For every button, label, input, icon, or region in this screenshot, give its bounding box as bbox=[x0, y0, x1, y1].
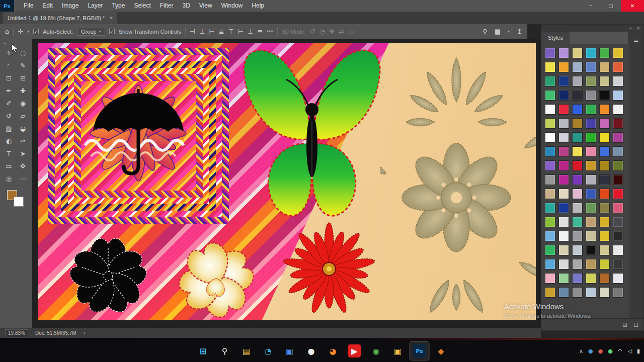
style-swatch[interactable] bbox=[545, 104, 555, 115]
style-swatch[interactable] bbox=[545, 189, 555, 199]
style-swatch[interactable] bbox=[558, 203, 569, 213]
hand-tool[interactable]: ✥ bbox=[17, 160, 30, 171]
tray-app-green-icon[interactable]: ● bbox=[608, 348, 613, 354]
network-icon[interactable]: ◠ bbox=[618, 348, 623, 354]
style-swatch[interactable] bbox=[572, 245, 583, 255]
chrome-browser-icon[interactable]: ◉ bbox=[367, 342, 386, 360]
style-swatch[interactable] bbox=[558, 62, 569, 72]
close-panel-icon[interactable]: × bbox=[636, 25, 640, 32]
restore-button[interactable]: ▢ bbox=[601, 0, 621, 12]
move-tool-icon[interactable]: ✛ bbox=[18, 28, 23, 35]
style-swatch[interactable] bbox=[586, 259, 596, 269]
style-swatch[interactable] bbox=[586, 118, 596, 129]
style-swatch[interactable] bbox=[545, 245, 555, 255]
style-swatch[interactable] bbox=[572, 62, 583, 72]
group-dropdown[interactable]: Group ▾ bbox=[77, 28, 105, 36]
shape-tool[interactable]: ▭ bbox=[3, 160, 16, 171]
style-swatch[interactable] bbox=[572, 76, 583, 86]
style-swatch[interactable] bbox=[558, 146, 569, 157]
style-swatch[interactable] bbox=[572, 259, 583, 269]
style-swatch[interactable] bbox=[586, 189, 596, 199]
style-swatch[interactable] bbox=[572, 217, 583, 227]
style-swatch[interactable] bbox=[572, 287, 583, 298]
menu-item[interactable]: 3D bbox=[178, 0, 194, 12]
menu-item[interactable]: Image bbox=[57, 0, 83, 12]
history-brush-tool[interactable]: ↺ bbox=[3, 110, 16, 121]
style-swatch[interactable] bbox=[545, 203, 555, 213]
style-swatch[interactable] bbox=[586, 203, 596, 213]
style-swatch[interactable] bbox=[545, 118, 555, 129]
style-swatch[interactable] bbox=[558, 174, 569, 185]
style-swatch[interactable] bbox=[599, 160, 610, 171]
style-swatch[interactable] bbox=[586, 104, 596, 115]
style-swatch[interactable] bbox=[558, 189, 569, 199]
style-swatch[interactable] bbox=[613, 217, 623, 227]
github-app-icon[interactable]: ● bbox=[302, 342, 321, 360]
style-swatch[interactable] bbox=[572, 132, 583, 143]
search-button[interactable]: ⚲ bbox=[215, 342, 234, 360]
style-swatch[interactable] bbox=[545, 231, 555, 241]
style-swatch[interactable] bbox=[545, 259, 555, 269]
store-app-icon[interactable]: ▣ bbox=[280, 342, 299, 360]
panel-menu-icon[interactable]: ≡ bbox=[629, 36, 643, 44]
style-swatch[interactable] bbox=[613, 259, 623, 269]
style-swatch[interactable] bbox=[572, 90, 583, 101]
style-swatch[interactable] bbox=[558, 76, 569, 86]
style-swatch[interactable] bbox=[586, 90, 596, 101]
style-swatch[interactable] bbox=[613, 90, 623, 101]
quick-selection-tool[interactable]: ✎ bbox=[17, 60, 30, 71]
path-selection-tool[interactable]: ➤ bbox=[17, 148, 30, 159]
style-swatch[interactable] bbox=[599, 231, 610, 241]
style-swatch[interactable] bbox=[613, 273, 623, 284]
style-swatch[interactable] bbox=[572, 104, 583, 115]
more-options-icon[interactable]: ••• bbox=[267, 29, 273, 34]
menu-item[interactable]: Filter bbox=[155, 0, 178, 12]
3d-slide-icon[interactable]: ⇄ bbox=[339, 28, 344, 35]
style-swatch[interactable] bbox=[572, 203, 583, 213]
document-canvas[interactable] bbox=[38, 43, 536, 320]
style-swatch[interactable] bbox=[545, 48, 555, 58]
chevron-down-icon[interactable]: ▾ bbox=[27, 29, 29, 34]
style-swatch[interactable] bbox=[586, 273, 596, 284]
close-button[interactable]: ✕ bbox=[621, 0, 644, 12]
style-swatch[interactable] bbox=[586, 48, 596, 58]
3d-rotate-icon[interactable]: ↺ bbox=[310, 28, 315, 35]
delete-style-icon[interactable]: ⊟ bbox=[633, 321, 638, 328]
style-swatch[interactable] bbox=[572, 118, 583, 129]
status-expand-icon[interactable]: › bbox=[84, 330, 86, 336]
type-tool[interactable]: T bbox=[3, 148, 16, 159]
file-explorer-icon[interactable]: ▤ bbox=[237, 342, 256, 360]
style-swatch[interactable] bbox=[599, 90, 610, 101]
tray-app-blue-icon[interactable]: ● bbox=[588, 348, 593, 354]
style-swatch[interactable] bbox=[545, 146, 555, 157]
style-swatch[interactable] bbox=[599, 259, 610, 269]
style-swatch[interactable] bbox=[558, 48, 569, 58]
brush-tool[interactable]: ✐ bbox=[3, 98, 16, 109]
background-color-swatch[interactable] bbox=[14, 197, 24, 207]
style-swatch[interactable] bbox=[613, 287, 623, 298]
style-swatch[interactable] bbox=[599, 62, 610, 72]
style-swatch[interactable] bbox=[572, 48, 583, 58]
style-swatch[interactable] bbox=[545, 273, 555, 284]
style-swatch[interactable] bbox=[613, 104, 623, 115]
style-swatch[interactable] bbox=[613, 174, 623, 185]
lasso-tool[interactable]: ◜ bbox=[3, 60, 16, 71]
align-left-icon[interactable]: ⊣ bbox=[190, 28, 195, 35]
marquee-tool[interactable]: ◌ bbox=[17, 47, 30, 58]
crop-tool[interactable]: ⊡ bbox=[3, 72, 16, 83]
pen-tool[interactable]: ✑ bbox=[17, 135, 30, 146]
3d-roll-icon[interactable]: ◔ bbox=[319, 28, 325, 35]
eyedropper-tool[interactable]: ✒ bbox=[3, 85, 16, 96]
style-swatch[interactable] bbox=[613, 62, 623, 72]
style-swatch[interactable] bbox=[558, 231, 569, 241]
style-swatch[interactable] bbox=[599, 174, 610, 185]
style-swatch[interactable] bbox=[599, 189, 610, 199]
style-swatch[interactable] bbox=[599, 245, 610, 255]
style-swatch[interactable] bbox=[586, 160, 596, 171]
volume-icon[interactable]: ◁ bbox=[627, 348, 631, 354]
frame-tool[interactable]: ⊞ bbox=[17, 72, 30, 83]
align-middle-icon[interactable]: ⊢ bbox=[238, 28, 244, 35]
style-swatch[interactable] bbox=[545, 174, 555, 185]
dodge-tool[interactable]: ◐ bbox=[3, 135, 16, 146]
move-tool[interactable]: ✛ bbox=[3, 47, 16, 58]
